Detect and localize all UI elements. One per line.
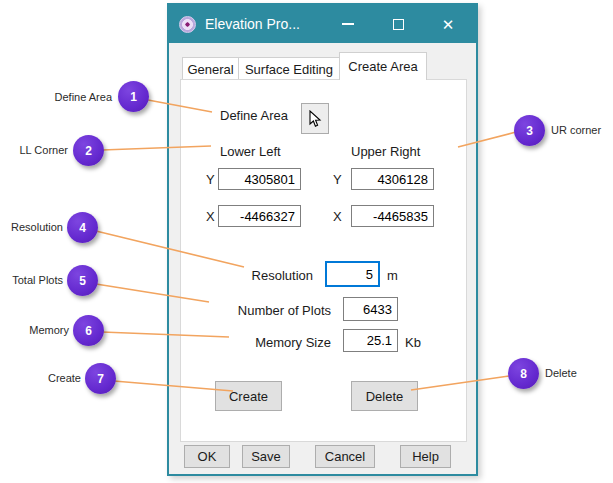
cursor-arrow-icon xyxy=(308,110,322,128)
lower-left-y-field[interactable] xyxy=(218,168,301,190)
ok-button[interactable]: OK xyxy=(184,445,230,468)
lower-left-x-field[interactable] xyxy=(218,205,301,227)
create-area-panel: Define Area Lower Left Upper Right Y Y X… xyxy=(180,79,467,442)
callout-number: 1 xyxy=(130,90,137,104)
define-area-label: Define Area xyxy=(220,108,288,123)
callout-number: 5 xyxy=(79,274,86,288)
titlebar[interactable]: Elevation Pro... ✕ xyxy=(169,5,476,43)
lower-left-y-label: Y xyxy=(206,172,215,187)
callout-circle-7[interactable]: 7 xyxy=(85,363,116,394)
callout-circle-5[interactable]: 5 xyxy=(67,265,98,296)
number-of-plots-field[interactable] xyxy=(343,297,398,321)
tab-surface-editing[interactable]: Surface Editing xyxy=(238,57,340,80)
callout-label-ur-corner: UR corner xyxy=(551,123,601,137)
callout-label-define-area: Define Area xyxy=(20,90,112,104)
memory-size-unit: Kb xyxy=(405,335,421,350)
callout-circle-8[interactable]: 8 xyxy=(508,358,539,389)
callout-circle-2[interactable]: 2 xyxy=(73,135,104,166)
resolution-unit: m xyxy=(387,268,398,283)
app-icon xyxy=(179,16,196,33)
callout-circle-1[interactable]: 1 xyxy=(118,81,149,112)
close-icon: ✕ xyxy=(442,17,455,32)
elevation-pro-dialog: Elevation Pro... ✕ General Surface Editi… xyxy=(167,3,478,476)
create-button[interactable]: Create xyxy=(215,381,282,411)
help-button[interactable]: Help xyxy=(400,445,451,468)
callout-number: 6 xyxy=(85,324,92,338)
tab-general[interactable]: General xyxy=(182,57,239,80)
callout-label-create: Create xyxy=(24,371,81,385)
lower-left-x-label: X xyxy=(206,209,215,224)
callout-number: 4 xyxy=(79,221,86,235)
delete-button[interactable]: Delete xyxy=(351,381,418,411)
define-area-button[interactable] xyxy=(301,103,329,134)
lower-left-title: Lower Left xyxy=(220,144,281,159)
memory-size-label: Memory Size xyxy=(181,335,331,350)
callout-label-resolution: Resolution xyxy=(5,220,63,234)
callout-circle-4[interactable]: 4 xyxy=(67,212,98,243)
number-of-plots-label: Number of Plots xyxy=(181,303,331,318)
callout-number: 3 xyxy=(526,124,533,138)
callout-label-total-plots: Total Plots xyxy=(5,273,63,287)
upper-right-x-label: X xyxy=(333,209,342,224)
upper-right-title: Upper Right xyxy=(351,144,420,159)
window-title: Elevation Pro... xyxy=(205,16,340,32)
maximize-button[interactable] xyxy=(390,16,406,32)
cancel-button[interactable]: Cancel xyxy=(315,445,375,468)
callout-circle-6[interactable]: 6 xyxy=(73,315,104,346)
callout-circle-3[interactable]: 3 xyxy=(514,115,545,146)
tab-create-area[interactable]: Create Area xyxy=(339,52,427,80)
callout-label-ll-corner: LL Corner xyxy=(10,143,68,157)
callout-number: 7 xyxy=(97,372,104,386)
callout-label-delete: Delete xyxy=(545,366,577,380)
save-button[interactable]: Save xyxy=(242,445,290,468)
memory-size-field[interactable] xyxy=(343,329,398,352)
upper-right-y-label: Y xyxy=(333,172,342,187)
minimize-button[interactable] xyxy=(340,16,356,32)
callout-label-memory: Memory xyxy=(14,323,69,337)
maximize-icon xyxy=(393,19,404,30)
upper-right-x-field[interactable] xyxy=(351,205,434,227)
callout-number: 2 xyxy=(85,144,92,158)
resolution-field[interactable] xyxy=(325,261,380,287)
minimize-icon xyxy=(342,23,354,25)
callout-number: 8 xyxy=(520,367,527,381)
resolution-label: Resolution xyxy=(181,268,313,283)
close-button[interactable]: ✕ xyxy=(440,16,456,32)
upper-right-y-field[interactable] xyxy=(351,168,434,190)
